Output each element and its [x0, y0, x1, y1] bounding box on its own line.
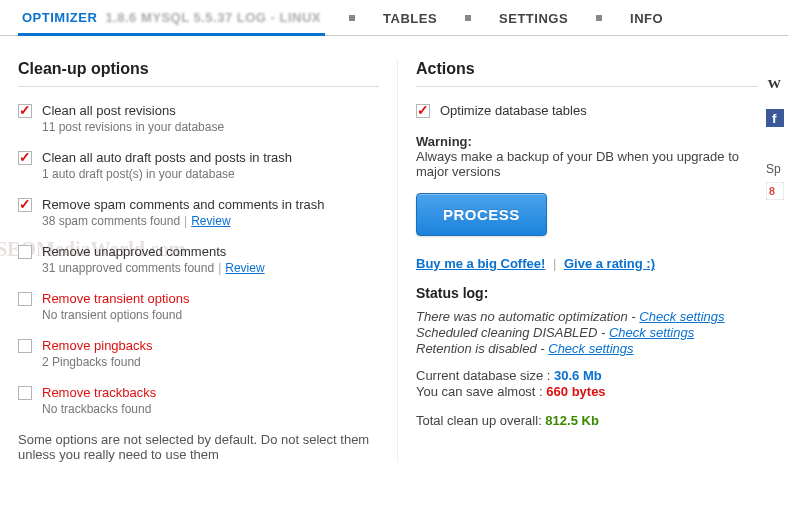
- cleanup-checkbox[interactable]: [18, 292, 32, 306]
- tab-optimizer[interactable]: OPTIMIZER 1.8.6 MYSQL 5.5.37 LOG - LINUX: [18, 0, 325, 36]
- cleanup-label[interactable]: Remove trackbacks: [42, 385, 156, 400]
- cleanup-checkbox[interactable]: [18, 151, 32, 165]
- cleanup-panel: Clean-up options Clean all post revision…: [0, 60, 398, 462]
- cleanup-sub: 1 auto draft post(s) in your database: [42, 167, 379, 181]
- status-text: Retention is disabled -: [416, 341, 548, 356]
- cleanup-option: Clean all post revisions11 post revision…: [18, 103, 379, 134]
- cleanup-option: Clean all auto draft posts and posts in …: [18, 150, 379, 181]
- cleanup-option: Remove unapproved comments31 unapproved …: [18, 244, 379, 275]
- status-line: Scheduled cleaning DISABLED - Check sett…: [416, 325, 758, 340]
- cleanup-label[interactable]: Remove pingbacks: [42, 338, 153, 353]
- link-separator: |: [553, 256, 556, 271]
- optimize-tables-checkbox[interactable]: [416, 104, 430, 118]
- svg-text:8: 8: [769, 185, 775, 197]
- cleanup-option: Remove transient optionsNo transient opt…: [18, 291, 379, 322]
- tab-optimizer-label: OPTIMIZER: [22, 10, 97, 25]
- tab-separator-icon: [596, 15, 602, 21]
- cleanup-sub: 11 post revisions in your database: [42, 120, 379, 134]
- right-sidebar: W f Sp 8: [766, 60, 788, 203]
- cleanup-checkbox[interactable]: [18, 339, 32, 353]
- rating-link[interactable]: Give a rating :): [564, 256, 655, 271]
- status-title: Status log:: [416, 285, 758, 301]
- cleanup-checkbox[interactable]: [18, 386, 32, 400]
- actions-panel: Actions Optimize database tables Warning…: [398, 60, 788, 462]
- review-link[interactable]: Review: [191, 214, 230, 228]
- check-settings-link[interactable]: Check settings: [548, 341, 633, 356]
- review-link[interactable]: Review: [225, 261, 264, 275]
- coffee-link[interactable]: Buy me a big Coffee!: [416, 256, 545, 271]
- total-value: 812.5 Kb: [545, 413, 598, 428]
- tab-tables[interactable]: TABLES: [379, 1, 441, 34]
- cleanup-sub: No trackbacks found: [42, 402, 379, 416]
- cleanup-sub: 2 Pingbacks found: [42, 355, 379, 369]
- cleanup-label[interactable]: Clean all post revisions: [42, 103, 176, 118]
- status-line: Retention is disabled - Check settings: [416, 341, 758, 356]
- warning-label: Warning:: [416, 134, 758, 149]
- cleanup-checkbox[interactable]: [18, 198, 32, 212]
- wikipedia-icon[interactable]: W: [766, 74, 784, 92]
- cleanup-option: Remove spam comments and comments in tra…: [18, 197, 379, 228]
- cleanup-option: Remove pingbacks2 Pingbacks found: [18, 338, 379, 369]
- cleanup-option: Remove trackbacksNo trackbacks found: [18, 385, 379, 416]
- svg-text:W: W: [768, 76, 782, 91]
- actions-title: Actions: [416, 60, 758, 87]
- action-links: Buy me a big Coffee! | Give a rating :): [416, 256, 758, 271]
- cleanup-note: Some options are not selected by default…: [18, 432, 379, 462]
- cleanup-title: Clean-up options: [18, 60, 379, 87]
- optimize-tables-label[interactable]: Optimize database tables: [440, 103, 587, 118]
- optimize-tables-option: Optimize database tables: [416, 103, 758, 118]
- facebook-icon[interactable]: f: [766, 109, 784, 127]
- tab-bar: OPTIMIZER 1.8.6 MYSQL 5.5.37 LOG - LINUX…: [0, 0, 788, 36]
- cleanup-sub: 31 unapproved comments found|Review: [42, 261, 379, 275]
- status-log: There was no automatic optimization - Ch…: [416, 309, 758, 428]
- cleanup-checkbox[interactable]: [18, 245, 32, 259]
- process-button[interactable]: PROCESS: [416, 193, 547, 236]
- svg-text:f: f: [772, 111, 777, 126]
- cleanup-sub: 38 spam comments found|Review: [42, 214, 379, 228]
- total-label: Total clean up overall:: [416, 413, 545, 428]
- db-size-value: 30.6 Mb: [554, 368, 602, 383]
- cleanup-checkbox[interactable]: [18, 104, 32, 118]
- tab-settings[interactable]: SETTINGS: [495, 1, 572, 34]
- check-settings-link[interactable]: Check settings: [609, 325, 694, 340]
- warning-text: Always make a backup of your DB when you…: [416, 149, 739, 179]
- status-text: There was no automatic optimization -: [416, 309, 639, 324]
- sidebar-label: Sp: [766, 162, 788, 176]
- cleanup-sub: No transient options found: [42, 308, 379, 322]
- cleanup-label[interactable]: Clean all auto draft posts and posts in …: [42, 150, 292, 165]
- save-label: You can save almost :: [416, 384, 546, 399]
- cleanup-label[interactable]: Remove transient options: [42, 291, 189, 306]
- db-size-label: Current database size :: [416, 368, 554, 383]
- cleanup-label[interactable]: Remove spam comments and comments in tra…: [42, 197, 325, 212]
- tab-separator-icon: [349, 15, 355, 21]
- warning-block: Warning: Always make a backup of your DB…: [416, 134, 758, 179]
- tab-info[interactable]: INFO: [626, 1, 667, 34]
- gplus-icon[interactable]: 8: [766, 182, 784, 200]
- save-value: 660 bytes: [546, 384, 605, 399]
- check-settings-link[interactable]: Check settings: [639, 309, 724, 324]
- cleanup-label[interactable]: Remove unapproved comments: [42, 244, 226, 259]
- status-line: There was no automatic optimization - Ch…: [416, 309, 758, 324]
- tab-separator-icon: [465, 15, 471, 21]
- tab-optimizer-extra: 1.8.6 MYSQL 5.5.37 LOG - LINUX: [105, 10, 321, 25]
- status-text: Scheduled cleaning DISABLED -: [416, 325, 609, 340]
